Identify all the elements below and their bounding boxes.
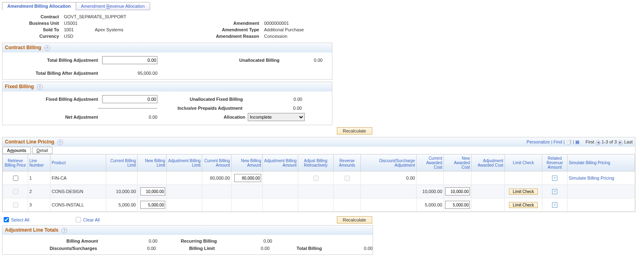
dsa: 0.00 [361, 171, 417, 185]
pricing-table: Retrieve Billing Price Line Number Produ… [2, 154, 635, 212]
zoom-icon[interactable]: 📑 [566, 139, 572, 144]
unallocated-billing-label: Unallocated Billing [157, 58, 282, 63]
unallocated-fixed-billing-value: 0.00 [245, 97, 302, 102]
prev-icon[interactable]: ◀ [596, 140, 600, 145]
retrieve-checkbox [13, 189, 18, 194]
simulate-link[interactable]: Simulate Billing Pricing [569, 176, 614, 180]
related-revenue-icon[interactable]: ? [552, 176, 557, 181]
col-cbl: Current Billing Limit [106, 154, 138, 171]
amendment-label: Amendment [186, 21, 262, 26]
col-nac: New Awarded Cost [444, 154, 472, 171]
inclusive-prepaids-label: Inclusive Prepaids Adjustment [157, 106, 245, 111]
cbl: 5,000.00 [106, 198, 138, 212]
contract-line-pricing-section: Contract Line Pricing ? Personalize | Fi… [2, 137, 635, 212]
new-billing-amount-input[interactable] [234, 174, 261, 182]
tab-revenue-allocation[interactable]: Amendment Revenue Allocation [76, 2, 150, 10]
col-adjretro: Adjust Billing Retroactively [298, 154, 334, 171]
product: CONS-DESIGN [50, 185, 106, 198]
col-retrieve: Retrieve Billing Price [3, 154, 28, 171]
fixed-billing-title: Fixed Billing [5, 84, 34, 89]
find-link[interactable]: Find [554, 139, 562, 144]
help-icon[interactable]: ? [61, 228, 67, 233]
total-billing-after-label: Total Billing After Adjustment [2, 71, 100, 76]
clear-all-link[interactable]: Clear All [83, 217, 100, 222]
adjustment-line-totals-section: Adjustment Line Totals ? Billing Amount … [2, 225, 373, 255]
new-billing-limit-input[interactable] [140, 201, 165, 209]
fixed-billing-adjustment-label: Fixed Billing Adjustment [2, 97, 100, 102]
col-abl: Adjustment Billing Limit [167, 154, 202, 171]
allocation-select[interactable]: Incomplete [248, 113, 305, 121]
fixed-billing-adjustment-input[interactable] [102, 95, 157, 103]
help-icon[interactable]: ? [44, 45, 50, 51]
reverse-checkbox [345, 176, 350, 181]
next-icon[interactable]: ▶ [618, 140, 623, 145]
related-revenue-icon[interactable]: ? [552, 202, 557, 208]
line-number: 1 [28, 171, 50, 185]
unallocated-billing-value: 0.00 [282, 58, 323, 63]
recalculate-button[interactable]: Recalculate [337, 127, 372, 135]
col-aba: Adjustment Billing Amount [263, 154, 298, 171]
amendment-reason-value: Concession [262, 34, 287, 39]
table-row: 1 FIN-CA 80,000.00 0.00 ? Simulate Billi… [3, 171, 635, 185]
col-rev: Reverse Amounts [334, 154, 361, 171]
cac: 5,000.00 [417, 198, 444, 212]
billing-limit-value: 0.00 [217, 246, 270, 251]
line-number: 2 [28, 185, 50, 198]
amendment-type-value: Additional Purchase [262, 27, 304, 32]
adjust-retro-checkbox [313, 176, 319, 181]
billing-limit-label: Billing Limit [158, 246, 217, 251]
new-awarded-cost-input[interactable] [445, 187, 470, 195]
tab-billing-allocation[interactable]: Amendment Billing Allocation [2, 2, 76, 10]
billing-amount-value: 0.00 [100, 239, 160, 243]
currency-label: Currency [2, 34, 61, 39]
tabs-container: Amendment Billing Allocation Amendment R… [2, 2, 642, 10]
new-billing-limit-input[interactable] [140, 187, 165, 195]
col-related: Related Revenue Amount [542, 154, 568, 171]
inner-tab-detail[interactable]: Detail [32, 147, 52, 154]
billing-amount-label: Billing Amount [2, 239, 100, 243]
retrieve-checkbox[interactable] [13, 176, 18, 181]
contract-value: GOVT_SEPARATE_SUPPORT [61, 14, 186, 19]
limit-check-button[interactable]: Limit Check [509, 202, 537, 208]
col-line: Line Number [28, 154, 50, 171]
cac: 10,000.00 [417, 185, 444, 198]
contract-billing-section: Contract Billing ? Total Billing Adjustm… [2, 43, 332, 80]
limit-check-button[interactable]: Limit Check [509, 189, 537, 195]
last-label: Last [624, 139, 633, 144]
amendment-value: 0000000001 [262, 21, 289, 26]
new-awarded-cost-input[interactable] [445, 201, 470, 209]
total-billing-adjustment-label: Total Billing Adjustment [2, 58, 100, 63]
recalculate-button-2[interactable]: Recalculate [337, 216, 372, 224]
col-nbl: New Billing Limit [138, 154, 167, 171]
col-aac: Adjustment Awarded Cost [472, 154, 505, 171]
discounts-surcharges-value: 0.00 [100, 246, 159, 251]
allocation-label: Allocation [160, 115, 248, 119]
clear-all-checkbox[interactable] [76, 217, 81, 222]
sold-to-value: 1001 [61, 27, 92, 32]
personalize-link[interactable]: Personalize [526, 139, 550, 144]
col-cac: Current Awarded Cost [417, 154, 444, 171]
header-info: Contract GOVT_SEPARATE_SUPPORT Business … [2, 14, 332, 39]
related-revenue-icon[interactable]: ? [552, 189, 557, 194]
grid-icon[interactable]: ▦ [575, 139, 579, 144]
retrieve-checkbox [13, 202, 18, 208]
total-billing-after-value: 95,000.00 [100, 71, 160, 76]
help-icon[interactable]: ? [37, 84, 43, 90]
sold-to-name: Apex Systems [92, 27, 186, 32]
total-billing-adjustment-input[interactable] [102, 56, 157, 64]
unallocated-fixed-billing-label: Unallocated Fixed Billing [157, 97, 245, 102]
help-icon[interactable]: ? [57, 139, 63, 145]
select-all-checkbox[interactable] [4, 217, 9, 222]
table-row: 3 CONS-INSTALL 5,000.00 5,000.00 Limit C… [3, 198, 635, 212]
contract-billing-title: Contract Billing [5, 45, 41, 50]
table-row: 2 CONS-DESIGN 10,000.00 10,000.00 Limit … [3, 185, 635, 198]
bu-value: US001 [61, 21, 186, 26]
sold-to-label: Sold To [2, 27, 61, 32]
recurring-billing-label: Recurring Billing [160, 239, 219, 243]
total-billing-value: 0.00 [324, 246, 373, 251]
range-label: 1-3 of 3 [602, 139, 617, 144]
select-all-link[interactable]: Select All [11, 217, 29, 222]
inner-tab-amounts[interactable]: Amounts [2, 147, 31, 154]
net-adjustment-value: 0.00 [100, 115, 160, 119]
cbl [106, 171, 138, 185]
